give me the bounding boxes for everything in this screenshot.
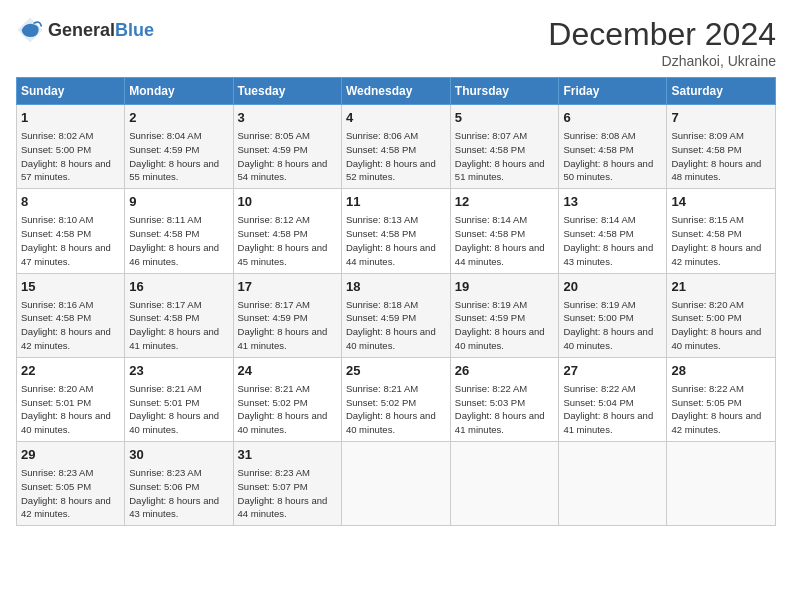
day-info: Sunrise: 8:13 AMSunset: 4:58 PMDaylight:… (346, 213, 446, 268)
day-info: Sunrise: 8:20 AMSunset: 5:00 PMDaylight:… (671, 298, 771, 353)
calendar-day-cell: 27Sunrise: 8:22 AMSunset: 5:04 PMDayligh… (559, 357, 667, 441)
day-number: 12 (455, 193, 555, 211)
day-number: 23 (129, 362, 228, 380)
day-of-week-header: Tuesday (233, 78, 341, 105)
location-title: Dzhankoi, Ukraine (548, 53, 776, 69)
day-number: 30 (129, 446, 228, 464)
day-of-week-header: Sunday (17, 78, 125, 105)
day-info: Sunrise: 8:19 AMSunset: 4:59 PMDaylight:… (455, 298, 555, 353)
logo-general: General (48, 20, 115, 40)
calendar-day-cell: 23Sunrise: 8:21 AMSunset: 5:01 PMDayligh… (125, 357, 233, 441)
calendar-day-cell: 25Sunrise: 8:21 AMSunset: 5:02 PMDayligh… (341, 357, 450, 441)
title-block: December 2024 Dzhankoi, Ukraine (548, 16, 776, 69)
day-number: 22 (21, 362, 120, 380)
day-of-week-header: Friday (559, 78, 667, 105)
day-number: 25 (346, 362, 446, 380)
calendar-day-cell: 9Sunrise: 8:11 AMSunset: 4:58 PMDaylight… (125, 189, 233, 273)
calendar-day-cell: 7Sunrise: 8:09 AMSunset: 4:58 PMDaylight… (667, 105, 776, 189)
day-number: 21 (671, 278, 771, 296)
calendar-day-cell: 16Sunrise: 8:17 AMSunset: 4:58 PMDayligh… (125, 273, 233, 357)
day-number: 6 (563, 109, 662, 127)
calendar-day-cell (667, 442, 776, 526)
day-info: Sunrise: 8:17 AMSunset: 4:58 PMDaylight:… (129, 298, 228, 353)
calendar-day-cell: 31Sunrise: 8:23 AMSunset: 5:07 PMDayligh… (233, 442, 341, 526)
day-info: Sunrise: 8:21 AMSunset: 5:02 PMDaylight:… (346, 382, 446, 437)
day-number: 15 (21, 278, 120, 296)
day-info: Sunrise: 8:17 AMSunset: 4:59 PMDaylight:… (238, 298, 337, 353)
day-info: Sunrise: 8:04 AMSunset: 4:59 PMDaylight:… (129, 129, 228, 184)
calendar-day-cell (559, 442, 667, 526)
day-of-week-header: Wednesday (341, 78, 450, 105)
day-number: 31 (238, 446, 337, 464)
day-number: 28 (671, 362, 771, 380)
day-number: 19 (455, 278, 555, 296)
day-info: Sunrise: 8:23 AMSunset: 5:06 PMDaylight:… (129, 466, 228, 521)
calendar-day-cell: 18Sunrise: 8:18 AMSunset: 4:59 PMDayligh… (341, 273, 450, 357)
day-info: Sunrise: 8:18 AMSunset: 4:59 PMDaylight:… (346, 298, 446, 353)
calendar-day-cell: 1Sunrise: 8:02 AMSunset: 5:00 PMDaylight… (17, 105, 125, 189)
calendar-day-cell: 6Sunrise: 8:08 AMSunset: 4:58 PMDaylight… (559, 105, 667, 189)
day-info: Sunrise: 8:23 AMSunset: 5:07 PMDaylight:… (238, 466, 337, 521)
calendar-day-cell (341, 442, 450, 526)
logo-icon (16, 16, 44, 44)
day-number: 4 (346, 109, 446, 127)
day-info: Sunrise: 8:22 AMSunset: 5:03 PMDaylight:… (455, 382, 555, 437)
calendar-day-cell: 14Sunrise: 8:15 AMSunset: 4:58 PMDayligh… (667, 189, 776, 273)
month-title: December 2024 (548, 16, 776, 53)
day-info: Sunrise: 8:23 AMSunset: 5:05 PMDaylight:… (21, 466, 120, 521)
day-number: 7 (671, 109, 771, 127)
calendar-day-cell: 21Sunrise: 8:20 AMSunset: 5:00 PMDayligh… (667, 273, 776, 357)
calendar-week-row: 22Sunrise: 8:20 AMSunset: 5:01 PMDayligh… (17, 357, 776, 441)
calendar-week-row: 8Sunrise: 8:10 AMSunset: 4:58 PMDaylight… (17, 189, 776, 273)
day-number: 8 (21, 193, 120, 211)
calendar-header: SundayMondayTuesdayWednesdayThursdayFrid… (17, 78, 776, 105)
day-info: Sunrise: 8:11 AMSunset: 4:58 PMDaylight:… (129, 213, 228, 268)
day-info: Sunrise: 8:16 AMSunset: 4:58 PMDaylight:… (21, 298, 120, 353)
calendar-day-cell: 11Sunrise: 8:13 AMSunset: 4:58 PMDayligh… (341, 189, 450, 273)
calendar-day-cell: 8Sunrise: 8:10 AMSunset: 4:58 PMDaylight… (17, 189, 125, 273)
day-of-week-header: Thursday (450, 78, 559, 105)
day-number: 27 (563, 362, 662, 380)
calendar-body: 1Sunrise: 8:02 AMSunset: 5:00 PMDaylight… (17, 105, 776, 526)
day-of-week-header: Saturday (667, 78, 776, 105)
day-info: Sunrise: 8:10 AMSunset: 4:58 PMDaylight:… (21, 213, 120, 268)
day-info: Sunrise: 8:20 AMSunset: 5:01 PMDaylight:… (21, 382, 120, 437)
day-info: Sunrise: 8:07 AMSunset: 4:58 PMDaylight:… (455, 129, 555, 184)
day-info: Sunrise: 8:19 AMSunset: 5:00 PMDaylight:… (563, 298, 662, 353)
calendar-day-cell: 28Sunrise: 8:22 AMSunset: 5:05 PMDayligh… (667, 357, 776, 441)
day-number: 3 (238, 109, 337, 127)
day-number: 16 (129, 278, 228, 296)
calendar-day-cell: 20Sunrise: 8:19 AMSunset: 5:00 PMDayligh… (559, 273, 667, 357)
logo-text: GeneralBlue (48, 20, 154, 41)
day-info: Sunrise: 8:22 AMSunset: 5:05 PMDaylight:… (671, 382, 771, 437)
day-number: 29 (21, 446, 120, 464)
calendar-week-row: 15Sunrise: 8:16 AMSunset: 4:58 PMDayligh… (17, 273, 776, 357)
day-info: Sunrise: 8:08 AMSunset: 4:58 PMDaylight:… (563, 129, 662, 184)
day-number: 18 (346, 278, 446, 296)
day-number: 24 (238, 362, 337, 380)
logo: GeneralBlue (16, 16, 154, 44)
day-number: 9 (129, 193, 228, 211)
day-number: 26 (455, 362, 555, 380)
calendar-day-cell: 15Sunrise: 8:16 AMSunset: 4:58 PMDayligh… (17, 273, 125, 357)
calendar-day-cell: 22Sunrise: 8:20 AMSunset: 5:01 PMDayligh… (17, 357, 125, 441)
header-row: SundayMondayTuesdayWednesdayThursdayFrid… (17, 78, 776, 105)
day-info: Sunrise: 8:09 AMSunset: 4:58 PMDaylight:… (671, 129, 771, 184)
day-info: Sunrise: 8:21 AMSunset: 5:01 PMDaylight:… (129, 382, 228, 437)
calendar-day-cell: 5Sunrise: 8:07 AMSunset: 4:58 PMDaylight… (450, 105, 559, 189)
calendar-day-cell: 13Sunrise: 8:14 AMSunset: 4:58 PMDayligh… (559, 189, 667, 273)
day-of-week-header: Monday (125, 78, 233, 105)
calendar-table: SundayMondayTuesdayWednesdayThursdayFrid… (16, 77, 776, 526)
day-info: Sunrise: 8:05 AMSunset: 4:59 PMDaylight:… (238, 129, 337, 184)
day-number: 13 (563, 193, 662, 211)
day-number: 1 (21, 109, 120, 127)
calendar-day-cell: 24Sunrise: 8:21 AMSunset: 5:02 PMDayligh… (233, 357, 341, 441)
day-number: 11 (346, 193, 446, 211)
calendar-day-cell (450, 442, 559, 526)
day-info: Sunrise: 8:21 AMSunset: 5:02 PMDaylight:… (238, 382, 337, 437)
calendar-day-cell: 2Sunrise: 8:04 AMSunset: 4:59 PMDaylight… (125, 105, 233, 189)
day-number: 2 (129, 109, 228, 127)
page-header: GeneralBlue December 2024 Dzhankoi, Ukra… (16, 16, 776, 69)
calendar-week-row: 29Sunrise: 8:23 AMSunset: 5:05 PMDayligh… (17, 442, 776, 526)
day-number: 10 (238, 193, 337, 211)
